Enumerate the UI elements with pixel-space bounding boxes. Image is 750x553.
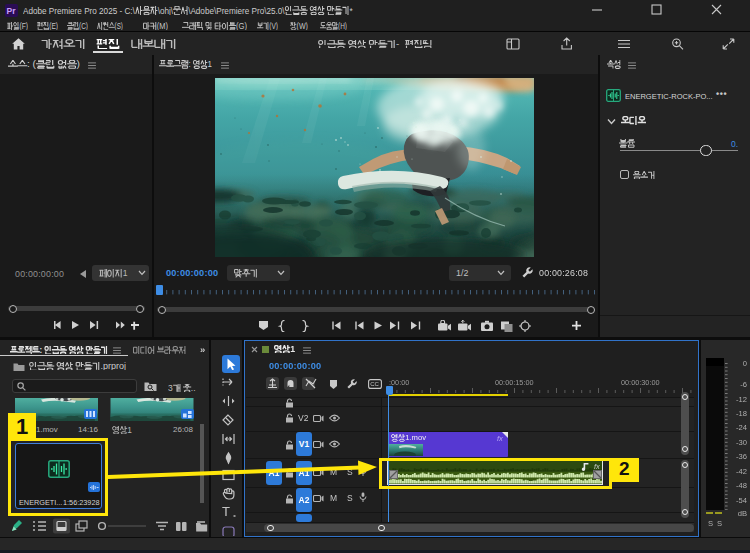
svg-text:3: 3 bbox=[168, 384, 173, 393]
svg-text:(W): (W) bbox=[297, 22, 308, 30]
svg-text::: : bbox=[40, 346, 43, 355]
svg-text:CC: CC bbox=[370, 381, 379, 387]
svg-text:(V): (V) bbox=[269, 22, 278, 30]
svg-text:1: 1 bbox=[208, 60, 212, 69]
svg-text:\ohj\: \ohj\ bbox=[158, 6, 174, 15]
svg-text:: (: : ( bbox=[27, 60, 37, 69]
svg-text:T: T bbox=[222, 504, 230, 519]
svg-text:..: .. bbox=[191, 384, 196, 393]
svg-text:(C): (C) bbox=[79, 22, 88, 30]
svg-text::: : bbox=[188, 60, 190, 69]
svg-text:\Adobe\Premiere Pro\25.0\: \Adobe\Premiere Pro\25.0\ bbox=[188, 6, 285, 15]
svg-text:1: 1 bbox=[123, 269, 128, 278]
svg-text:(F): (F) bbox=[19, 22, 28, 30]
svg-text:(E): (E) bbox=[49, 22, 58, 30]
svg-text:-: - bbox=[396, 40, 399, 49]
svg-text:Adobe Premiere Pro 2025 - C:\: Adobe Premiere Pro 2025 - C:\ bbox=[23, 6, 135, 15]
svg-text:(H): (H) bbox=[338, 22, 347, 30]
svg-text:*: * bbox=[350, 6, 354, 15]
svg-text:): ) bbox=[77, 60, 80, 69]
svg-text:(G): (G) bbox=[236, 22, 247, 30]
svg-text:1: 1 bbox=[290, 345, 295, 354]
svg-text:1: 1 bbox=[127, 426, 132, 434]
svg-text:.prproj: .prproj bbox=[100, 362, 125, 371]
svg-text:(M): (M) bbox=[157, 22, 168, 30]
svg-text:1.mov: 1.mov bbox=[405, 434, 426, 442]
svg-text:(S): (S) bbox=[115, 22, 123, 30]
